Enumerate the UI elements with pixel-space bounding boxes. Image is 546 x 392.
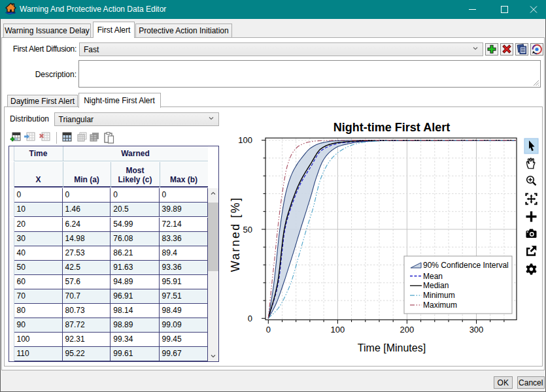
svg-text:300: 300: [469, 325, 484, 335]
svg-text:100: 100: [238, 135, 252, 145]
svg-text:Median: Median: [423, 281, 449, 290]
svg-text:50: 50: [243, 225, 252, 235]
svg-text:Minimum: Minimum: [423, 291, 455, 300]
svg-text:Warned [%]: Warned [%]: [229, 197, 242, 272]
svg-text:Night-time First Alert: Night-time First Alert: [333, 121, 450, 134]
svg-text:90% Confidence Interval: 90% Confidence Interval: [423, 261, 509, 270]
svg-text:Mean: Mean: [423, 272, 443, 281]
svg-text:0: 0: [248, 314, 252, 323]
svg-text:200: 200: [400, 325, 415, 335]
svg-text:100: 100: [331, 325, 345, 335]
svg-text:0: 0: [266, 325, 271, 335]
svg-text:Maximum: Maximum: [423, 301, 457, 310]
svg-text:Time [Minutes]: Time [Minutes]: [358, 342, 426, 353]
